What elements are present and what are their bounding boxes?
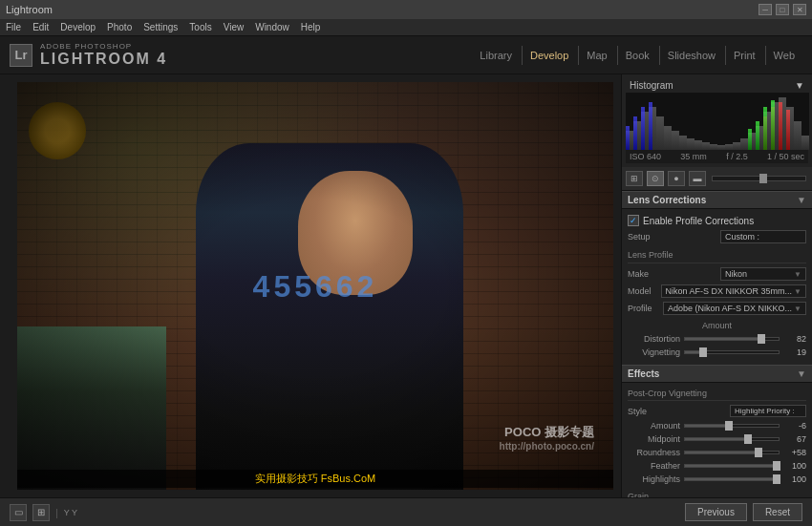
previous-button[interactable]: Previous [685, 503, 747, 521]
gradient-tool[interactable]: ▬ [689, 171, 706, 186]
distortion-thumb[interactable] [758, 334, 765, 344]
minimize-button[interactable]: ─ [759, 4, 772, 15]
reset-button[interactable]: Reset [753, 503, 802, 521]
setup-label: Setup [628, 232, 651, 242]
histogram-arrow[interactable]: ▼ [795, 80, 804, 91]
profile-dropdown-arrow: ▼ [794, 305, 801, 313]
distortion-track[interactable] [684, 337, 780, 341]
amount-label: Amount [628, 319, 806, 332]
enable-profile-checkbox[interactable]: ✓ [628, 215, 639, 226]
app-subtitle: ADOBE PHOTOSHOP [40, 42, 167, 51]
style-label: Style [628, 407, 647, 416]
svg-rect-14 [733, 142, 740, 150]
effects-header[interactable]: Effects ▼ [622, 365, 812, 383]
amount-effect-value: -6 [783, 421, 806, 431]
heal-tool[interactable]: ⊙ [647, 171, 664, 186]
lens-corrections-header[interactable]: Lens Corrections ▼ [622, 191, 812, 209]
close-button[interactable]: ✕ [793, 4, 806, 15]
highlights-track[interactable] [684, 477, 780, 481]
tool-slider-thumb[interactable] [759, 174, 767, 183]
amount-effect-thumb[interactable] [725, 421, 733, 431]
post-crop-title: Post-Crop Vignetting [628, 387, 806, 401]
title-bar-left: Lightroom [6, 4, 53, 15]
tool-slider[interactable] [712, 176, 806, 181]
amount-effect-track[interactable] [684, 424, 780, 428]
style-value[interactable]: Highlight Priority : [730, 405, 806, 417]
module-map[interactable]: Map [578, 46, 614, 65]
grain-title: Grain [628, 490, 806, 497]
module-web[interactable]: Web [765, 46, 802, 65]
roundness-label: Roundness [628, 448, 680, 457]
menu-edit[interactable]: Edit [32, 22, 49, 32]
midpoint-thumb[interactable] [744, 434, 752, 444]
setup-value[interactable]: Custom : [720, 230, 806, 243]
grain-subsection: Grain Amount 0 Size 25 [628, 490, 806, 497]
svg-rect-27 [786, 110, 790, 150]
bottom-left: ▭ ⊞ | Y Y [10, 504, 77, 521]
feather-thumb[interactable] [773, 461, 780, 471]
svg-rect-10 [702, 142, 710, 150]
filmstrip-icon[interactable]: ▭ [10, 504, 27, 521]
bottom-separator: | [55, 507, 58, 518]
module-library[interactable]: Library [472, 46, 520, 65]
module-develop[interactable]: Develop [522, 46, 576, 65]
photo-container: 455662 POCO 摄影专题 http://photo.poco.cn/ 实… [17, 82, 613, 490]
model-dropdown-arrow: ▼ [794, 287, 801, 296]
midpoint-track[interactable] [684, 437, 780, 441]
effects-body: Post-Crop Vignetting Style Highlight Pri… [622, 383, 812, 497]
setup-value-text: Custom : [725, 232, 801, 242]
app-title: LIGHTROOM 4 [40, 51, 167, 68]
module-book[interactable]: Book [617, 46, 657, 65]
roundness-thumb[interactable] [755, 448, 762, 457]
svg-rect-34 [641, 107, 645, 150]
crop-tool[interactable]: ⊞ [626, 171, 643, 186]
lr-badge: Lr [10, 44, 32, 67]
model-value[interactable]: Nikon AF-S DX NIKKOR 35mm... ▼ [661, 284, 806, 298]
svg-rect-9 [694, 140, 702, 150]
feather-value: 100 [783, 461, 806, 471]
svg-rect-29 [756, 121, 759, 150]
menu-tools[interactable]: Tools [189, 22, 211, 32]
menu-view[interactable]: View [224, 22, 245, 32]
effects-arrow: ▼ [797, 368, 806, 379]
make-value[interactable]: Nikon ▼ [720, 267, 806, 281]
model-value-text: Nikon AF-S DX NIKKOR 35mm... [666, 286, 793, 296]
roundness-value: +58 [783, 448, 806, 457]
vignetting-value: 19 [783, 347, 806, 357]
svg-rect-35 [649, 102, 652, 150]
title-bar-controls[interactable]: ─ □ ✕ [759, 4, 806, 15]
menu-develop[interactable]: Develop [60, 22, 96, 32]
grid-icon[interactable]: ⊞ [32, 504, 50, 521]
menu-bar: File Edit Develop Photo Settings Tools V… [0, 19, 812, 36]
vignetting-thumb[interactable] [699, 347, 707, 357]
svg-rect-11 [710, 144, 717, 150]
menu-file[interactable]: File [6, 22, 21, 32]
vignetting-track[interactable] [684, 350, 780, 354]
feather-track[interactable] [684, 464, 780, 468]
menu-photo[interactable]: Photo [107, 22, 132, 32]
profile-value[interactable]: Adobe (Nikon AF-S DX NIKKO... ▼ [663, 302, 806, 315]
highlights-thumb[interactable] [773, 474, 780, 484]
vignetting-label: Vignetting [628, 347, 680, 357]
module-print[interactable]: Print [725, 46, 763, 65]
maximize-button[interactable]: □ [776, 4, 789, 15]
module-slideshow[interactable]: Slideshow [659, 46, 723, 65]
shutter-display: 1 / 50 sec [767, 152, 804, 161]
post-crop-subsection: Post-Crop Vignetting Style Highlight Pri… [628, 387, 806, 486]
redeye-tool[interactable]: ● [668, 171, 685, 186]
roundness-track[interactable] [684, 451, 780, 454]
profile-row: Profile Adobe (Nikon AF-S DX NIKKO... ▼ [628, 300, 806, 317]
menu-settings[interactable]: Settings [143, 22, 178, 32]
svg-rect-31 [771, 100, 775, 150]
svg-rect-5 [664, 126, 672, 150]
svg-rect-15 [740, 138, 748, 150]
amount-section: Amount Distortion 82 Vignetting 19 [628, 317, 806, 361]
amount-effect-label: Amount [628, 421, 680, 431]
street-area [17, 326, 166, 490]
make-value-text: Nikon [725, 269, 792, 279]
menu-window[interactable]: Window [255, 22, 289, 32]
histogram-section: Histogram ▼ [622, 74, 812, 167]
menu-help[interactable]: Help [301, 22, 321, 32]
svg-rect-30 [763, 107, 767, 150]
highlights-fill [685, 478, 779, 480]
